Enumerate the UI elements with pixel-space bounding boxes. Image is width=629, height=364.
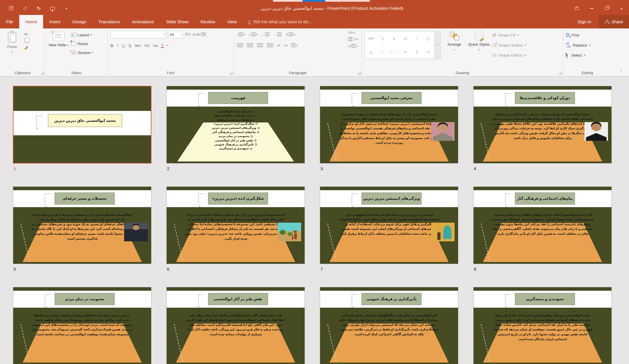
font-color-button[interactable]: A bbox=[161, 43, 163, 48]
arrange-button[interactable]: Arrange▾ bbox=[443, 31, 466, 69]
font-name-combobox[interactable]: ▾ bbox=[110, 31, 167, 38]
paragraph-dialog-launcher[interactable] bbox=[357, 71, 361, 74]
character-spacing-button[interactable]: AV▾ bbox=[144, 43, 149, 48]
columns-icon[interactable]: ▾ bbox=[291, 43, 298, 48]
layout-button[interactable]: Layout▾ bbox=[71, 31, 93, 38]
copy-icon[interactable] bbox=[24, 38, 29, 43]
freeform-shape-icon[interactable]: ∿ bbox=[426, 50, 431, 54]
tab-home[interactable]: Home bbox=[19, 15, 43, 28]
elbow-arrow-connector-icon[interactable]: ∟→ bbox=[391, 50, 397, 54]
right-arrow-shape-icon[interactable]: ⇨ bbox=[403, 50, 408, 54]
ribbon-display-options-button[interactable] bbox=[569, 2, 584, 15]
slide-thumbnail-12[interactable]: جمع‌بندی و نتیجه‌گیریمحمد ابوالحسنی نمون… bbox=[473, 287, 612, 364]
italic-button[interactable]: I bbox=[117, 43, 118, 48]
oval-shape-icon[interactable]: ○ bbox=[414, 36, 420, 41]
shape-effects-button[interactable]: Shape Effects▾ bbox=[493, 51, 526, 59]
minimize-button[interactable] bbox=[584, 2, 599, 15]
share-button[interactable]: + Share bbox=[599, 15, 629, 28]
clipboard-dialog-launcher[interactable] bbox=[41, 71, 44, 74]
dashed-guide-line bbox=[174, 224, 183, 261]
customize-quick-access-toolbar-icon[interactable]: ▾ bbox=[63, 5, 70, 11]
text-box-shape-icon[interactable]: A≡ bbox=[368, 36, 374, 41]
replace-button[interactable]: ab⤷ac Replace▾ bbox=[566, 41, 609, 49]
slide-thumbnail-1[interactable]: محمد ابوالحسنی خاق دیرین دیرین bbox=[13, 86, 151, 163]
slide-thumbnail-4[interactable]: دوران کودکی و علاقه‌مندی‌هامحمد ابوالحسن… bbox=[473, 86, 612, 163]
text-direction-icon[interactable]: ⇅A▾ bbox=[348, 31, 358, 34]
start-from-beginning-icon[interactable] bbox=[49, 5, 56, 11]
collapse-ribbon-icon[interactable]: ⌃ bbox=[619, 69, 623, 74]
increase-font-size-icon[interactable]: A˄ bbox=[186, 32, 191, 37]
tab-insert[interactable]: Insert bbox=[43, 15, 66, 28]
shapes-gallery-more-dropdown[interactable]: ▾ bbox=[434, 31, 441, 59]
ltr-text-direction-icon[interactable]: ▸¶ bbox=[277, 44, 280, 47]
line-shape-icon[interactable]: ╲ bbox=[380, 36, 385, 41]
align-right-icon[interactable] bbox=[257, 43, 263, 48]
tab-file[interactable]: File bbox=[0, 15, 19, 28]
text-shadow-button[interactable]: S bbox=[128, 43, 131, 48]
justify-icon[interactable] bbox=[267, 43, 273, 48]
triangle-shape-icon[interactable]: △ bbox=[368, 50, 374, 54]
restore-button[interactable] bbox=[599, 2, 614, 15]
tab-review[interactable]: Review bbox=[195, 15, 221, 28]
tell-me-box[interactable]: Tell me what you want to do... bbox=[243, 15, 317, 28]
slide-thumbnail-11[interactable]: تأثیرگذاری بر فرهنگ عمومیآثار ابوالحسنی … bbox=[320, 287, 458, 364]
close-button[interactable]: × bbox=[614, 2, 629, 15]
slide-sorter-area[interactable]: محمد ابوالحسنی خاق دیرین دیرین1فهرستمعرف… bbox=[0, 76, 629, 364]
section-button[interactable]: Section▾ bbox=[71, 49, 93, 56]
slide-thumbnail-7[interactable]: ویژگی‌های انیمیشن دیرین دیرینانیمیشن «دی… bbox=[320, 186, 458, 264]
new-slide-button[interactable]: New Slide ▾ bbox=[48, 31, 69, 69]
slide-thumbnail-8[interactable]: پیام‌های اجتماعی و فرهنگی آثارآثار محمد … bbox=[473, 186, 612, 264]
slide-thumbnail-5[interactable]: تحصیلات و مسیر حرفه‌ایابوالحسنی تحصیلات … bbox=[13, 186, 151, 264]
rounded-rectangle-shape-icon[interactable]: ▢ bbox=[426, 36, 431, 41]
tab-transitions[interactable]: Transitions bbox=[92, 15, 126, 28]
rectangle-shape-icon[interactable]: ▭ bbox=[403, 36, 408, 41]
decrease-font-size-icon[interactable]: A˅ bbox=[192, 32, 197, 37]
select-button[interactable]: Select▾ bbox=[566, 51, 609, 59]
quick-styles-button[interactable]: Quick Styles ▾ bbox=[468, 31, 490, 69]
arrow-shape-icon[interactable]: ↘ bbox=[391, 36, 397, 41]
shape-fill-button[interactable]: Shape Fill▾ bbox=[493, 31, 526, 39]
change-case-button[interactable]: Aa▾ bbox=[153, 43, 158, 48]
font-color-dropdown[interactable]: ▾ bbox=[167, 44, 168, 47]
font-dialog-launcher[interactable] bbox=[229, 71, 232, 74]
cut-icon[interactable]: ✂ bbox=[24, 32, 29, 36]
save-icon[interactable] bbox=[8, 5, 14, 11]
slide-thumbnail-3[interactable]: معرفی محمد ابوالحسنیمحمد ابوالحسنی یکی ا… bbox=[320, 86, 458, 163]
rtl-text-direction-icon[interactable]: ¶◂ bbox=[284, 44, 287, 47]
decrease-indent-icon[interactable]: ← bbox=[261, 32, 270, 37]
slide-thumbnail-2[interactable]: فهرستمعرفی محمد ابوالحسنیدوران کودکی و ع… bbox=[166, 86, 305, 163]
format-painter-icon[interactable] bbox=[24, 45, 29, 50]
align-center-icon[interactable] bbox=[247, 43, 253, 48]
find-button[interactable]: Find bbox=[566, 31, 609, 39]
paste-button[interactable]: Paste▾ bbox=[3, 31, 21, 69]
numbering-icon[interactable]: 1▾ bbox=[249, 32, 257, 37]
redo-icon[interactable]: ↻ bbox=[36, 5, 42, 11]
screen-top-strip bbox=[0, 0, 629, 2]
tab-view[interactable]: View bbox=[221, 15, 243, 28]
align-left-icon[interactable] bbox=[237, 43, 243, 48]
elbow-connector-icon[interactable]: ∟ bbox=[380, 50, 385, 54]
bold-button[interactable]: B bbox=[110, 43, 114, 48]
font-size-combobox[interactable]: 28▾ bbox=[168, 31, 184, 38]
tab-slide-show[interactable]: Slide Show bbox=[160, 15, 195, 28]
drawing-dialog-launcher[interactable] bbox=[559, 71, 562, 74]
tab-animations[interactable]: Animations bbox=[126, 15, 160, 28]
underline-button[interactable]: U bbox=[122, 43, 125, 48]
sign-in-link[interactable]: Sign in bbox=[570, 15, 599, 28]
line-spacing-icon[interactable]: ⇅▾ bbox=[285, 32, 295, 37]
tab-design[interactable]: Design bbox=[66, 15, 92, 28]
align-text-icon[interactable]: ⇕▾ bbox=[348, 37, 358, 41]
slide-thumbnail-10[interactable]: نقش طنز در آثار ابوالحسنیطنز عنصر اصلی آ… bbox=[166, 287, 305, 364]
reset-button[interactable]: Reset bbox=[71, 40, 93, 47]
down-arrow-shape-icon[interactable]: ⇩ bbox=[414, 50, 420, 54]
increase-indent-icon[interactable]: → bbox=[273, 32, 282, 37]
slide-thumbnail-6[interactable]: شکل‌گیری ایده «دیرین دیرین»ایده مجموعه «… bbox=[166, 186, 305, 264]
strikethrough-button[interactable]: abc bbox=[135, 43, 141, 48]
square-bullet-icon bbox=[253, 119, 254, 121]
clear-formatting-icon[interactable]: A⌫ bbox=[199, 32, 204, 37]
bullets-icon[interactable]: •▾ bbox=[237, 32, 245, 37]
convert-to-smartart-icon[interactable]: ⇄▾ bbox=[348, 44, 358, 48]
slide-thumbnail-9[interactable]: محبوبیت در میان مردم«دیرین دیرین» توانست… bbox=[13, 287, 151, 364]
shape-outline-button[interactable]: Shape Outline▾ bbox=[493, 41, 526, 49]
undo-icon[interactable]: ↺ bbox=[22, 5, 28, 11]
